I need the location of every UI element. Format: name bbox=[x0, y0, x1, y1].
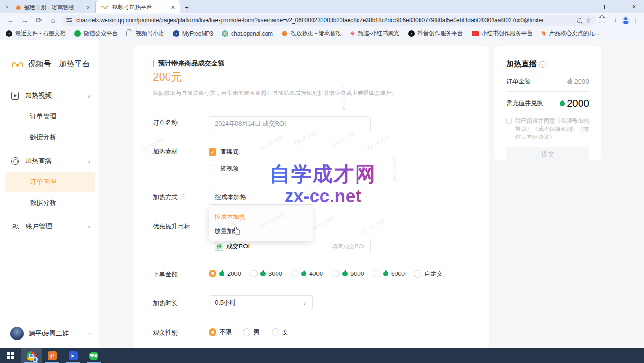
video-play-icon bbox=[11, 92, 19, 100]
bookmark-mp-weixin[interactable]: 微信公众平台 bbox=[74, 29, 118, 37]
bookmark-star-icon[interactable]: ☆ bbox=[585, 17, 591, 24]
radio-icon[interactable] bbox=[291, 270, 298, 277]
profile-avatar-icon[interactable] bbox=[622, 16, 630, 24]
forward-button[interactable]: → bbox=[19, 16, 30, 24]
radio-icon[interactable] bbox=[272, 328, 279, 336]
new-tab-button[interactable]: + bbox=[185, 3, 189, 11]
taskbar-chrome[interactable] bbox=[21, 348, 42, 363]
bookmark-product-points[interactable]: ↯产品核心卖点的九... bbox=[541, 29, 599, 37]
browser-menu-icon[interactable]: ⋮ bbox=[633, 17, 639, 24]
windows-logo-icon bbox=[7, 352, 14, 359]
maximize-button[interactable] bbox=[604, 0, 624, 13]
mode-dropdown: 控成本加热 放量加热 bbox=[209, 207, 313, 241]
downloads-icon[interactable]: ↓ bbox=[611, 18, 619, 23]
sidebar-group-account[interactable]: 账户管理 ∨ bbox=[0, 216, 99, 237]
tab-close-icon[interactable]: ✕ bbox=[86, 5, 90, 11]
url-text[interactable]: channels.weixin.qq.com/promote/pages/pla… bbox=[76, 17, 573, 24]
radio-icon[interactable] bbox=[414, 270, 421, 278]
swirl-icon: ↯ bbox=[541, 30, 546, 37]
info-icon[interactable]: i bbox=[539, 61, 546, 68]
taskbar-wechat[interactable] bbox=[83, 348, 104, 363]
sidebar-group-heat-live[interactable]: 加热直播 ∧ bbox=[0, 151, 99, 172]
gender-option-male[interactable]: 男 bbox=[243, 328, 259, 336]
tab-search-chevron-icon[interactable]: ˅ bbox=[3, 4, 11, 9]
chevron-up-icon: ∧ bbox=[88, 159, 91, 164]
bookmark-myfreemp3[interactable]: ♪MyFreeMP3 bbox=[173, 30, 213, 37]
radio-icon[interactable] bbox=[250, 270, 258, 277]
shimo-icon: ◔ bbox=[6, 30, 12, 37]
sidebar-item-live-orders-active[interactable]: 订单管理 bbox=[5, 172, 95, 192]
zoom-icon[interactable] bbox=[577, 18, 581, 23]
extensions-icon[interactable] bbox=[599, 17, 605, 23]
agreement-text[interactable]: 我已阅读并同意《视频号加热协议》《成本保障规则》《微信豆充值协议》 bbox=[515, 118, 589, 140]
submit-button[interactable]: 提交 bbox=[506, 147, 589, 162]
section-title: 预计带来商品成交金额 bbox=[158, 59, 224, 68]
browser-tab-2-active[interactable]: 视频号加热平台 ✕ bbox=[96, 0, 180, 13]
account-switcher[interactable]: 躺平de周二娃 › bbox=[0, 318, 99, 348]
taskbar-blue-app[interactable]: ▶ bbox=[63, 348, 83, 363]
material-option-live[interactable]: ✓ 直播间 bbox=[209, 148, 239, 156]
bookmark-openai[interactable]: ⌘chat.openai.com bbox=[222, 30, 273, 37]
summary-card: 加热直播 i 订单金额 2000 需充值并兑换 2000 我已阅读并同意《视频号… bbox=[494, 46, 601, 160]
radio-icon[interactable] bbox=[373, 270, 380, 277]
bookmark-shimo[interactable]: ◔最近文件 - 石墨文档 bbox=[6, 29, 66, 37]
bookmark-zhuge-data[interactable]: 投放数据 - 诸葛智投 bbox=[281, 29, 341, 37]
agreement-checkbox[interactable] bbox=[506, 118, 512, 124]
gender-option-any[interactable]: 不限 bbox=[209, 328, 232, 336]
live-target-icon bbox=[11, 157, 19, 165]
budget-option-4000[interactable]: 4000 bbox=[291, 270, 323, 277]
site-settings-icon[interactable] bbox=[66, 17, 72, 23]
sidebar-item-live-analytics[interactable]: 数据分析 bbox=[5, 192, 95, 213]
start-button[interactable] bbox=[0, 348, 21, 363]
chevron-down-icon: ∨ bbox=[303, 195, 306, 200]
mode-select[interactable]: 控成本加热 ∨ bbox=[209, 190, 313, 205]
order-amount-row: 订单金额 2000 bbox=[506, 77, 589, 86]
wechat-icon bbox=[89, 352, 98, 360]
mode-option-volume[interactable]: 放量加热 bbox=[209, 224, 313, 238]
duration-select[interactable]: 0.5小时 ∨ bbox=[209, 295, 313, 310]
radio-icon[interactable] bbox=[243, 328, 250, 336]
xiaohongshu-icon: 小 bbox=[472, 31, 479, 36]
gender-label: 观众性别 bbox=[153, 328, 178, 337]
checkbox-checked-icon[interactable]: ✓ bbox=[209, 148, 216, 156]
browser-tab-1[interactable]: 创建计划 - 诸葛智投 ✕ bbox=[11, 2, 96, 13]
mode-option-cost-control[interactable]: 控成本加热 bbox=[209, 210, 313, 224]
gender-option-female[interactable]: 女 bbox=[272, 328, 288, 336]
sidebar-item-video-analytics[interactable]: 数据分析 bbox=[5, 127, 95, 148]
budget-option-custom[interactable]: 自定义 bbox=[414, 270, 443, 278]
budget-option-3000[interactable]: 3000 bbox=[250, 270, 282, 277]
tab-close-icon[interactable]: ✕ bbox=[171, 4, 175, 10]
bookmark-channels-shop[interactable]: 视频号小店 bbox=[126, 29, 164, 37]
budget-option-5000[interactable]: 5000 bbox=[332, 270, 364, 277]
reload-button[interactable]: ⟳ bbox=[33, 16, 45, 25]
material-option-short-video[interactable]: 短视频 bbox=[209, 164, 239, 173]
close-button[interactable]: ✕ bbox=[624, 0, 644, 13]
sidebar-group-heat-video[interactable]: 加热视频 ∧ bbox=[0, 85, 99, 106]
taskbar-presentation-app[interactable]: P bbox=[42, 348, 63, 363]
channels-logo-icon bbox=[100, 4, 109, 10]
home-button[interactable]: ⌂ bbox=[47, 16, 59, 24]
back-button[interactable]: ← bbox=[5, 16, 16, 24]
page-content: 视频号 · 加热平台 加热视频 ∧ 订单管理 数据分析 加热直播 ∧ 订单管理 … bbox=[0, 40, 644, 348]
budget-option-6000[interactable]: 6000 bbox=[373, 270, 405, 277]
checkbox-unchecked-icon[interactable] bbox=[209, 165, 216, 172]
sidebar: 视频号 · 加热平台 加热视频 ∧ 订单管理 数据分析 加热直播 ∧ 订单管理 … bbox=[0, 40, 99, 348]
help-icon[interactable]: ? bbox=[180, 194, 186, 200]
wechat-mp-icon bbox=[74, 30, 81, 37]
radio-selected-icon[interactable] bbox=[209, 328, 216, 336]
sidebar-nav: 加热视频 ∧ 订单管理 数据分析 加热直播 ∧ 订单管理 数据分析 账户管理 ∨ bbox=[0, 85, 99, 318]
order-name-input[interactable]: 2024年08月14日 成交ROI bbox=[209, 116, 371, 131]
mouse-cursor-icon bbox=[233, 227, 240, 235]
radio-icon[interactable] bbox=[332, 270, 340, 277]
radio-selected-icon[interactable] bbox=[209, 270, 216, 277]
sidebar-item-video-orders[interactable]: 订单管理 bbox=[5, 106, 95, 127]
address-bar[interactable]: channels.weixin.qq.com/promote/pages/pla… bbox=[62, 15, 596, 26]
bookmark-xhs-creator[interactable]: 小小红书创作服务平台 bbox=[472, 29, 533, 37]
bean-icon bbox=[560, 101, 565, 106]
mode-label: 加热方式 ? bbox=[153, 193, 186, 201]
bookmark-douyin-creator[interactable]: ♪抖音创作服务平台 bbox=[408, 29, 463, 37]
user-name: 躺平de周二娃 bbox=[28, 329, 84, 338]
minimize-button[interactable]: – bbox=[584, 0, 604, 13]
bookmark-xhs-juguang[interactable]: ✳甄选-小红书聚光 bbox=[350, 29, 400, 37]
budget-option-2000[interactable]: 2000 bbox=[209, 270, 241, 277]
